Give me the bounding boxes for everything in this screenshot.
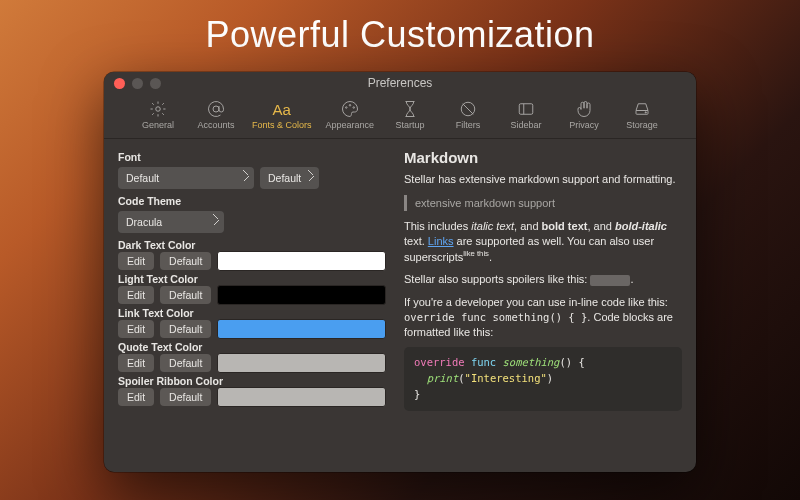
color-row: EditDefault bbox=[118, 353, 386, 373]
color-row-label: Link Text Color bbox=[118, 307, 386, 319]
tab-label: Accounts bbox=[197, 120, 234, 130]
default-button[interactable]: Default bbox=[160, 252, 211, 270]
preferences-toolbar: General Accounts Aa Fonts & Colors Appea… bbox=[104, 94, 696, 139]
tab-label: General bbox=[142, 120, 174, 130]
color-row-label: Quote Text Color bbox=[118, 341, 386, 353]
color-row: EditDefault bbox=[118, 319, 386, 339]
tab-general[interactable]: General bbox=[132, 98, 184, 132]
hourglass-icon bbox=[401, 100, 419, 118]
color-row-label: Light Text Color bbox=[118, 273, 386, 285]
code-theme-select[interactable]: Dracula bbox=[118, 211, 224, 233]
tab-appearance[interactable]: Appearance bbox=[321, 98, 378, 132]
tab-sidebar[interactable]: Sidebar bbox=[500, 98, 552, 132]
close-icon[interactable] bbox=[114, 78, 125, 89]
edit-button[interactable]: Edit bbox=[118, 286, 154, 304]
at-sign-icon bbox=[207, 100, 225, 118]
font-label: Font bbox=[118, 151, 386, 163]
tab-label: Sidebar bbox=[511, 120, 542, 130]
tab-label: Startup bbox=[396, 120, 425, 130]
color-row: EditDefault bbox=[118, 387, 386, 407]
marketing-headline: Powerful Customization bbox=[0, 14, 800, 56]
color-row-label: Dark Text Color bbox=[118, 239, 386, 251]
tab-label: Privacy bbox=[569, 120, 599, 130]
minimize-icon[interactable] bbox=[132, 78, 143, 89]
default-button[interactable]: Default bbox=[160, 286, 211, 304]
color-swatch[interactable] bbox=[217, 251, 386, 271]
default-button[interactable]: Default bbox=[160, 320, 211, 338]
preview-panel: Markdown Stellar has extensive markdown … bbox=[404, 149, 682, 460]
tab-filters[interactable]: Filters bbox=[442, 98, 494, 132]
tab-fonts-colors[interactable]: Aa Fonts & Colors bbox=[248, 98, 316, 132]
svg-point-1 bbox=[213, 106, 219, 112]
gear-icon bbox=[149, 100, 167, 118]
preview-intro: Stellar has extensive markdown support a… bbox=[404, 172, 682, 187]
edit-button[interactable]: Edit bbox=[118, 388, 154, 406]
content-area: Font Default Default Code Theme Dracula … bbox=[104, 139, 696, 472]
default-button[interactable]: Default bbox=[160, 354, 211, 372]
preview-dev-line: If you're a developer you can use in-lin… bbox=[404, 295, 682, 340]
color-swatch[interactable] bbox=[217, 319, 386, 339]
font-size-select[interactable]: Default bbox=[260, 167, 319, 189]
svg-rect-6 bbox=[519, 104, 533, 115]
tab-label: Storage bbox=[626, 120, 658, 130]
tab-label: Fonts & Colors bbox=[252, 120, 312, 130]
code-block: override func something() { print("Inter… bbox=[404, 347, 682, 410]
tab-label: Appearance bbox=[325, 120, 374, 130]
window-title: Preferences bbox=[104, 76, 696, 90]
maximize-icon[interactable] bbox=[150, 78, 161, 89]
tab-privacy[interactable]: Privacy bbox=[558, 98, 610, 132]
inline-code: override func something() { } bbox=[404, 311, 587, 323]
edit-button[interactable]: Edit bbox=[118, 252, 154, 270]
no-symbol-icon bbox=[459, 100, 477, 118]
hand-icon bbox=[575, 100, 593, 118]
edit-button[interactable]: Edit bbox=[118, 320, 154, 338]
default-button[interactable]: Default bbox=[160, 388, 211, 406]
svg-point-3 bbox=[349, 105, 351, 107]
svg-point-2 bbox=[345, 107, 347, 109]
color-row-label: Spoiler Ribbon Color bbox=[118, 375, 386, 387]
tab-storage[interactable]: Storage bbox=[616, 98, 668, 132]
tab-startup[interactable]: Startup bbox=[384, 98, 436, 132]
color-swatch[interactable] bbox=[217, 285, 386, 305]
color-swatch[interactable] bbox=[217, 353, 386, 373]
color-row: EditDefault bbox=[118, 251, 386, 271]
preview-formats: This includes italic text, and bold text… bbox=[404, 219, 682, 264]
tab-label: Filters bbox=[456, 120, 481, 130]
preferences-window: Preferences General Accounts Aa Fonts & … bbox=[104, 72, 696, 472]
svg-point-4 bbox=[353, 107, 355, 109]
svg-point-0 bbox=[156, 107, 161, 112]
preview-spoiler-line: Stellar also supports spoilers like this… bbox=[404, 272, 682, 287]
sidebar-icon bbox=[517, 100, 535, 118]
color-swatch[interactable] bbox=[217, 387, 386, 407]
preview-heading: Markdown bbox=[404, 149, 682, 166]
traffic-lights bbox=[104, 78, 161, 89]
tab-accounts[interactable]: Accounts bbox=[190, 98, 242, 132]
settings-panel: Font Default Default Code Theme Dracula … bbox=[118, 149, 386, 460]
spoiler-pill[interactable] bbox=[590, 275, 630, 286]
color-row: EditDefault bbox=[118, 285, 386, 305]
drive-icon bbox=[633, 100, 651, 118]
svg-point-8 bbox=[645, 112, 646, 113]
font-family-select[interactable]: Default bbox=[118, 167, 254, 189]
preview-link[interactable]: Links bbox=[428, 235, 454, 247]
palette-icon bbox=[341, 100, 359, 118]
preview-blockquote: extensive markdown support bbox=[404, 195, 682, 211]
edit-button[interactable]: Edit bbox=[118, 354, 154, 372]
code-theme-label: Code Theme bbox=[118, 195, 386, 207]
titlebar: Preferences bbox=[104, 72, 696, 94]
fonts-icon: Aa bbox=[273, 100, 291, 118]
